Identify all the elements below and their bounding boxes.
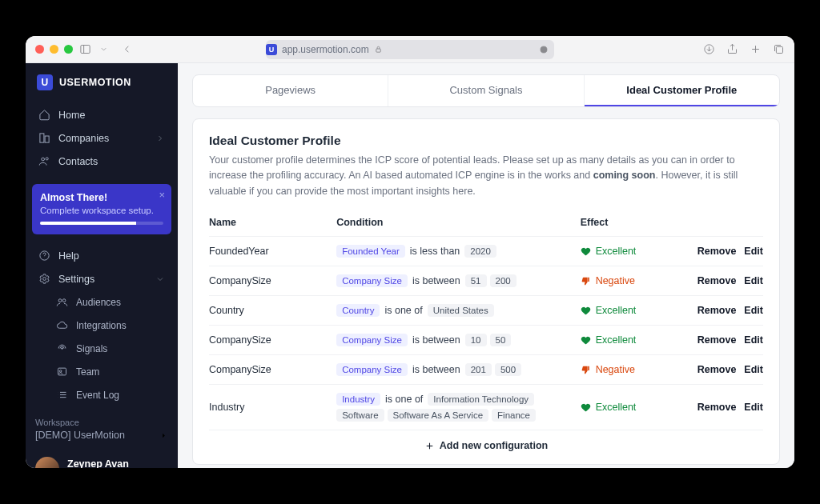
row-name: CompanySize bbox=[209, 275, 336, 286]
close-icon[interactable]: × bbox=[159, 189, 165, 201]
condition-value-chip: 10 bbox=[465, 334, 487, 346]
reader-icon[interactable] bbox=[538, 44, 549, 55]
new-tab-icon[interactable] bbox=[750, 43, 762, 55]
row-effect: Excellent bbox=[581, 402, 681, 413]
brand-mark: U bbox=[37, 74, 53, 90]
nav-settings-children: Audiences Integrations Signals Team bbox=[30, 290, 173, 406]
condition-value-chip: 201 bbox=[465, 363, 492, 376]
workspace-name: [DEMO] UserMotion bbox=[35, 430, 125, 441]
nav-home[interactable]: Home bbox=[30, 103, 173, 126]
edit-button[interactable]: Edit bbox=[744, 305, 763, 316]
row-effect: Negative bbox=[581, 364, 681, 375]
add-configuration-button[interactable]: Add new configuration bbox=[209, 430, 763, 456]
address-bar-url: app.usermotion.com bbox=[282, 44, 369, 55]
svg-point-21 bbox=[59, 370, 62, 373]
contacts-icon bbox=[38, 155, 50, 167]
edit-button[interactable]: Edit bbox=[744, 402, 763, 413]
condition-field-chip: Company Size bbox=[336, 274, 408, 287]
chevron-down-icon[interactable] bbox=[99, 45, 108, 54]
onboarding-subtitle: Complete workspace setup. bbox=[40, 206, 163, 215]
remove-button[interactable]: Remove bbox=[697, 275, 737, 286]
row-effect-label: Excellent bbox=[596, 305, 637, 316]
onboarding-progress bbox=[40, 222, 163, 225]
condition-value-chip: 500 bbox=[495, 363, 521, 376]
svg-rect-10 bbox=[40, 134, 44, 142]
edit-button[interactable]: Edit bbox=[744, 275, 763, 286]
onboarding-title: Almost There! bbox=[40, 192, 163, 203]
svg-point-19 bbox=[62, 348, 63, 350]
condition-operator: is less than bbox=[410, 246, 460, 257]
row-actions: RemoveEdit bbox=[680, 275, 763, 286]
window-minimize-button[interactable] bbox=[50, 45, 58, 54]
window-zoom-button[interactable] bbox=[64, 45, 73, 54]
nav-home-label: Home bbox=[58, 110, 85, 121]
tabs-overview-icon[interactable] bbox=[773, 43, 785, 55]
edit-button[interactable]: Edit bbox=[744, 246, 763, 257]
svg-point-17 bbox=[58, 299, 62, 302]
nav-signals-label: Signals bbox=[76, 343, 107, 354]
nav-integrations-label: Integrations bbox=[76, 320, 127, 331]
nav-help[interactable]: Help bbox=[30, 244, 173, 267]
share-icon[interactable] bbox=[726, 43, 738, 55]
row-actions: RemoveEdit bbox=[680, 305, 763, 316]
chevron-right-icon bbox=[159, 431, 168, 440]
remove-button[interactable]: Remove bbox=[697, 305, 737, 316]
row-name: Country bbox=[209, 305, 336, 316]
current-user[interactable]: Zeynep Avan zeynep@kovan.studio bbox=[26, 449, 178, 468]
row-effect-label: Excellent bbox=[596, 246, 637, 257]
edit-button[interactable]: Edit bbox=[744, 334, 763, 346]
avatar bbox=[35, 457, 59, 468]
condition-field-chip: Industry bbox=[336, 393, 380, 406]
col-effect-header: Effect bbox=[581, 217, 681, 228]
condition-value-chip: Software bbox=[336, 409, 384, 422]
svg-point-3 bbox=[541, 46, 547, 52]
remove-button[interactable]: Remove bbox=[697, 402, 737, 413]
nav-contacts[interactable]: Contacts bbox=[30, 150, 173, 173]
table-row: CompanySizeCompany Sizeis between201500N… bbox=[209, 354, 763, 384]
tab-pageviews[interactable]: Pageviews bbox=[193, 75, 388, 106]
row-condition: Company Sizeis between201500 bbox=[336, 363, 580, 376]
lock-icon bbox=[374, 45, 383, 54]
nav-integrations[interactable]: Integrations bbox=[30, 314, 173, 337]
tab-custom-signals[interactable]: Custom Signals bbox=[388, 75, 584, 106]
gear-icon bbox=[38, 273, 50, 285]
address-bar[interactable]: U app.usermotion.com bbox=[266, 40, 554, 59]
nav-signals[interactable]: Signals bbox=[30, 337, 173, 360]
row-condition: Company Sizeis between1050 bbox=[336, 334, 580, 346]
back-icon[interactable] bbox=[121, 43, 133, 55]
browser-window: U app.usermotion.com U USERMOTION Home bbox=[26, 36, 794, 468]
chevron-right-icon bbox=[155, 134, 165, 143]
nav-companies[interactable]: Companies bbox=[30, 126, 173, 150]
nav-settings[interactable]: Settings bbox=[30, 267, 173, 290]
remove-button[interactable]: Remove bbox=[697, 246, 737, 257]
row-effect-label: Excellent bbox=[596, 334, 637, 346]
table-row: IndustryIndustryis one ofInformation Tec… bbox=[209, 384, 763, 430]
nav-team[interactable]: Team bbox=[30, 360, 173, 383]
row-name: CompanySize bbox=[209, 334, 336, 346]
nav-contacts-label: Contacts bbox=[58, 156, 98, 167]
tab-icp[interactable]: Ideal Customer Profile bbox=[585, 75, 779, 106]
main-content: Pageviews Custom Signals Ideal Customer … bbox=[178, 63, 794, 468]
nav-eventlog[interactable]: Event Log bbox=[30, 383, 173, 406]
window-close-button[interactable] bbox=[35, 45, 44, 54]
brand-logo[interactable]: U USERMOTION bbox=[26, 63, 178, 100]
sidebar-toggle-icon[interactable] bbox=[79, 43, 91, 55]
row-effect-label: Negative bbox=[596, 275, 635, 286]
row-condition: Industryis one ofInformation TechnologyS… bbox=[336, 393, 580, 422]
svg-point-18 bbox=[62, 299, 66, 302]
signals-icon bbox=[56, 342, 68, 354]
col-condition-header: Condition bbox=[336, 217, 580, 228]
condition-field-chip: Company Size bbox=[336, 363, 408, 376]
nav-audiences[interactable]: Audiences bbox=[30, 290, 173, 314]
row-effect: Excellent bbox=[581, 305, 681, 316]
remove-button[interactable]: Remove bbox=[697, 334, 737, 346]
onboarding-card[interactable]: × Almost There! Complete workspace setup… bbox=[32, 184, 171, 234]
remove-button[interactable]: Remove bbox=[697, 364, 737, 375]
condition-value-chip: United States bbox=[428, 304, 494, 317]
panel-description: Your customer profile determines the ICP… bbox=[209, 153, 763, 199]
nav-settings-label: Settings bbox=[58, 274, 94, 285]
downloads-icon[interactable] bbox=[703, 43, 715, 55]
edit-button[interactable]: Edit bbox=[744, 364, 763, 375]
workspace-switcher[interactable]: [DEMO] UserMotion bbox=[35, 430, 168, 441]
row-effect: Excellent bbox=[581, 334, 681, 346]
